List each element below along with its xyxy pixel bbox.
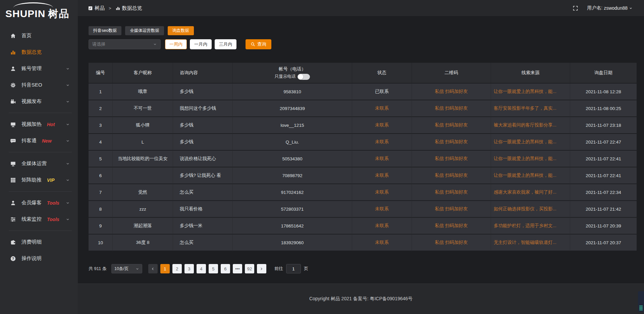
breadcrumb-item-home[interactable]: 树品 (88, 5, 105, 11)
index-cell: 6 (89, 167, 113, 184)
sidebar-item-视频加热[interactable]: 视频加热Hot (0, 116, 78, 133)
user-menu[interactable]: 用户名: zswodun88 (587, 5, 633, 11)
tab-抖音seo数据[interactable]: 抖音seo数据 (89, 26, 121, 35)
qrcode-actions-cell[interactable]: 私信 扫码加好友 (412, 234, 491, 251)
table-row: 1036度 8怎么买183929060未联系私信 扫码加好友无主灯设计，智能磁吸… (89, 234, 637, 251)
source-cell[interactable]: 感谢大家喜欢我家，被问了好... (491, 184, 570, 201)
sidebar-item-线索监控[interactable]: 线索监控Tools (0, 211, 78, 227)
sidebar-item-视频发布[interactable]: 视频发布 (0, 93, 78, 110)
status-cell: 未联系 (352, 184, 412, 201)
source-cell[interactable]: 如何正确选择投影仪，买投影... (491, 201, 570, 218)
source-cell[interactable]: 让你一眼就爱上的黑科技，能... (491, 151, 570, 167)
date-cell: 2021-11-07 22:34 (570, 184, 637, 201)
page-button-2[interactable]: 2 (172, 264, 182, 273)
period-button-三月内[interactable]: 三月内 (215, 39, 236, 49)
member-icon (10, 200, 16, 206)
content-cell: 多少钱 (173, 134, 233, 151)
page-ellipsis-button[interactable]: ••• (233, 264, 242, 273)
content-cell: 说说价格让我死心 (173, 151, 233, 167)
table-row: 1哦章多少钱9583810已联系私信 扫码加好友让你一眼就爱上的黑科技，能...… (89, 84, 637, 100)
sidebar-item-账号管理[interactable]: 账号管理 (0, 60, 78, 77)
tab-全媒体运营数据[interactable]: 全媒体运营数据 (125, 26, 164, 35)
qrcode-actions-cell[interactable]: 私信 扫码加好友 (412, 201, 491, 218)
source-cell[interactable]: 被大家追着问的客厅投影分享... (491, 117, 570, 134)
qrcode-actions-cell[interactable]: 私信 扫码加好友 (412, 134, 491, 151)
chevron-down-icon (66, 139, 70, 143)
footer: Copyright 树品 2021 备案号: 粤ICP备09019646号 (78, 283, 644, 314)
status-cell: 未联系 (352, 234, 412, 251)
page-button-5[interactable]: 5 (209, 264, 218, 273)
period-button-一月内[interactable]: 一月内 (190, 39, 212, 49)
chevron-down-icon (629, 6, 633, 10)
sidebar-item-会员爆客[interactable]: 会员爆客Tools (0, 195, 78, 211)
next-page-button[interactable] (257, 264, 266, 273)
app-root: SHUPIN树品 首页数据总览账号管理抖音SEO视频发布视频加热Hot抖客通Ne… (0, 0, 644, 314)
query-button[interactable]: 查询 (246, 39, 271, 49)
qrcode-actions-cell[interactable]: 私信 扫码加好友 (412, 117, 491, 134)
qrcode-actions-cell[interactable]: 私信 扫码加好友 (412, 218, 491, 234)
page-button-6[interactable]: 6 (221, 264, 230, 273)
period-button-一周内[interactable]: 一周内 (165, 39, 187, 49)
qrcode-actions-cell[interactable]: 私信 扫码加好友 (412, 84, 491, 100)
column-header-status: 状态 (352, 63, 412, 84)
page-button-4[interactable]: 4 (197, 264, 206, 273)
chevron-down-icon (66, 162, 70, 166)
table-row: 2不可一世我想问这个多少钱2097344839未联系私信 扫码加好友客厅安装投影… (89, 100, 637, 117)
username-value: zswodun88 (604, 5, 628, 11)
qrcode-actions-cell[interactable]: 私信 扫码加好友 (412, 167, 491, 184)
phone-only-toggle[interactable] (298, 74, 310, 80)
page-button-3[interactable]: 3 (184, 264, 194, 273)
logo-text: SHUPIN树品 (5, 7, 69, 21)
filter-select[interactable]: 请选择 (89, 39, 161, 49)
fullscreen-icon[interactable] (573, 5, 578, 11)
qrcode-actions-cell[interactable]: 私信 扫码加好友 (412, 100, 491, 117)
sidebar-item-全媒体运营[interactable]: 全媒体运营 (0, 155, 78, 172)
sidebar-badge: Hot (47, 122, 55, 127)
sidebar-item-操作说明[interactable]: ?操作说明 (0, 250, 78, 267)
date-cell: 2021-11-07 20:39 (570, 218, 637, 234)
source-cell[interactable]: 多功能护栏灯，适用于乡村文... (491, 218, 570, 234)
source-cell[interactable]: 客厅安装投影半年多了，真实... (491, 100, 570, 117)
wallet-icon (10, 239, 16, 245)
sidebar-item-首页[interactable]: 首页 (0, 28, 78, 44)
page-button-group: 123456•••92 (160, 264, 257, 273)
sliders-icon (10, 216, 16, 222)
sidebar-item-矩阵助推[interactable]: 矩阵助推VIP (0, 172, 78, 188)
page-button-1[interactable]: 1 (160, 264, 170, 273)
page-button-92[interactable]: 92 (245, 264, 254, 273)
bar-chart-icon (115, 6, 120, 11)
sidebar-badge: New (42, 138, 52, 144)
qrcode-actions-cell[interactable]: 私信 扫码加好友 (412, 184, 491, 201)
sidebar-item-消费明细[interactable]: 消费明细 (0, 234, 78, 250)
source-cell[interactable]: 让你一眼就爱上的黑科技，能... (491, 167, 570, 184)
nickname-cell: 狐小狸 (113, 117, 173, 134)
breadcrumb-separator: > (109, 6, 111, 11)
source-cell[interactable]: 让你一眼就爱上的黑科技，能... (491, 134, 570, 151)
sidebar-divider (9, 152, 72, 152)
page-size-select[interactable]: 10条/页 (111, 264, 142, 273)
qrcode-actions-cell[interactable]: 私信 扫码加好友 (412, 151, 491, 167)
sidebar-item-数据总览[interactable]: 数据总览 (0, 44, 78, 60)
column-header-qrcode: 二维码 (412, 63, 491, 84)
source-cell[interactable]: 让你一眼就爱上的黑科技，能... (491, 84, 570, 100)
sidebar-menu: 首页数据总览账号管理抖音SEO视频发布视频加热Hot抖客通New全媒体运营矩阵助… (0, 25, 78, 267)
status-cell: 未联系 (352, 167, 412, 184)
tab-询盘数据[interactable]: 询盘数据 (168, 26, 194, 35)
breadcrumb-item-current[interactable]: 数据总览 (115, 5, 142, 11)
date-cell: 2021-11-07 22:41 (570, 167, 637, 184)
home-icon (10, 33, 16, 39)
sidebar-item-抖音SEO[interactable]: 抖音SEO (0, 77, 78, 93)
phone-toggle-label: 只显示电话 (275, 74, 296, 80)
status-cell: 已联系 (352, 84, 412, 100)
sidebar-item-label: 操作说明 (21, 255, 42, 262)
table-row: 6多少钱? 让我死心 看70898792未联系私信 扫码加好友让你一眼就爱上的黑… (89, 167, 637, 184)
goto-page-input[interactable] (286, 264, 301, 273)
column-header-id: 编号 (89, 63, 113, 84)
grid-icon (10, 177, 16, 183)
sidebar-item-抖客通[interactable]: 抖客通New (0, 133, 78, 149)
prev-page-button[interactable] (148, 264, 158, 273)
source-cell[interactable]: 无主灯设计，智能磁吸轨道灯... (491, 234, 570, 251)
query-button-label: 查询 (257, 41, 266, 47)
floating-widget[interactable] (638, 291, 644, 312)
user-icon (10, 66, 16, 72)
